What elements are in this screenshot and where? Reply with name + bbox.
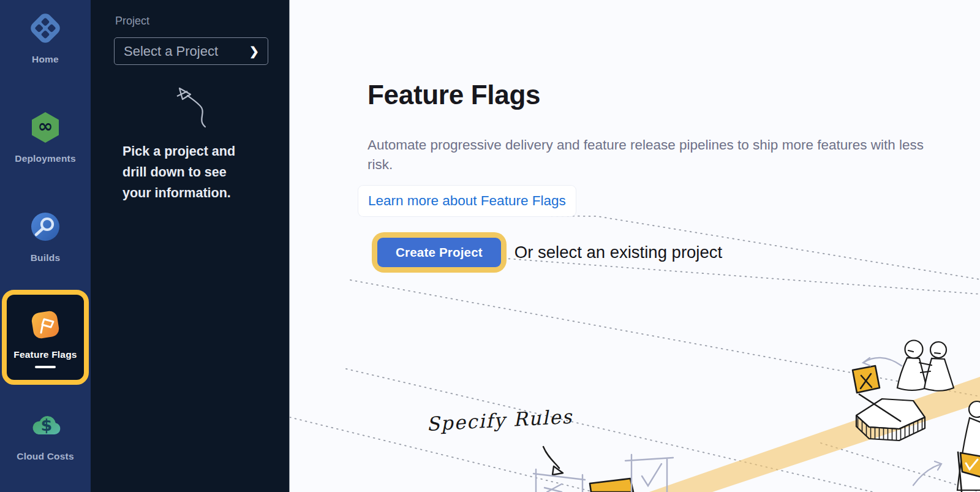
svg-text:$: $: [41, 415, 53, 434]
home-icon: [28, 11, 62, 45]
cta-row: Create Project Or select an existing pro…: [372, 232, 722, 273]
project-selector-value: Select a Project: [124, 44, 218, 59]
page-description: Automate progressive delivery and featur…: [368, 135, 940, 174]
deployments-icon: ∞: [28, 110, 62, 145]
specify-rules-label: Specify Rules: [426, 406, 573, 435]
sidebar-item-home[interactable]: Home: [0, 0, 91, 65]
or-select-text: Or select an existing project: [514, 243, 722, 262]
learn-more-highlight: Learn more about Feature Flags: [358, 186, 576, 216]
sidebar-item-builds[interactable]: Builds: [0, 199, 91, 263]
sidebar-item-label: Deployments: [0, 153, 91, 164]
chevron-right-icon: ❯: [249, 44, 259, 58]
project-panel: Project Select a Project ❯ Pick a projec…: [91, 0, 289, 492]
sketch-hexagon-platform: [856, 399, 925, 441]
builds-icon: [28, 210, 62, 244]
sketch-checkpoint-check-box: [625, 455, 673, 492]
sidebar-item-label: Cloud Costs: [0, 451, 91, 462]
sketch-people: [897, 341, 954, 391]
svg-text:∞: ∞: [38, 115, 53, 137]
sketch-mini-flag: [590, 479, 633, 492]
sketch-flag-x: [853, 366, 901, 422]
sidebar-item-label: Home: [0, 54, 91, 65]
sidebar-item-label: Builds: [0, 252, 91, 263]
cloud-costs-icon: $: [28, 408, 62, 442]
sidebar-item-feature-flags[interactable]: Feature Flags: [2, 290, 89, 385]
learn-more-link[interactable]: Learn more about Feature Flags: [368, 193, 566, 208]
active-indicator: [35, 366, 56, 368]
project-label: Project: [115, 15, 149, 28]
sketch-checkpoint-x-box: [533, 469, 585, 492]
curved-arrow-up-icon: [913, 461, 941, 485]
sidebar-item-deployments[interactable]: ∞ Deployments: [0, 99, 91, 164]
sketch-flag-check: [958, 452, 980, 492]
curved-arrow-left-icon: [863, 358, 902, 366]
project-help-text: Pick a project and drill down to see you…: [123, 141, 255, 203]
create-project-highlight-ring: Create Project: [372, 232, 507, 273]
project-selector[interactable]: Select a Project ❯: [114, 37, 268, 65]
page-title: Feature Flags: [368, 80, 540, 110]
create-project-button[interactable]: Create Project: [377, 238, 501, 267]
sidebar-item-label: Feature Flags: [7, 349, 84, 360]
app-root: Home ∞ Deployments Builds: [0, 0, 980, 492]
sketch-person-partial: [957, 401, 980, 490]
sidebar-item-cloud-costs[interactable]: $ Cloud Costs: [0, 397, 91, 462]
hand-drawn-arrow-icon: [167, 83, 216, 135]
feature-flags-icon: [28, 308, 62, 342]
yellow-road-band: [649, 377, 980, 492]
main-content: Specify Rules: [289, 0, 980, 492]
sketch-arrow-down-icon: [543, 447, 563, 475]
module-sidebar: Home ∞ Deployments Builds: [0, 0, 91, 492]
